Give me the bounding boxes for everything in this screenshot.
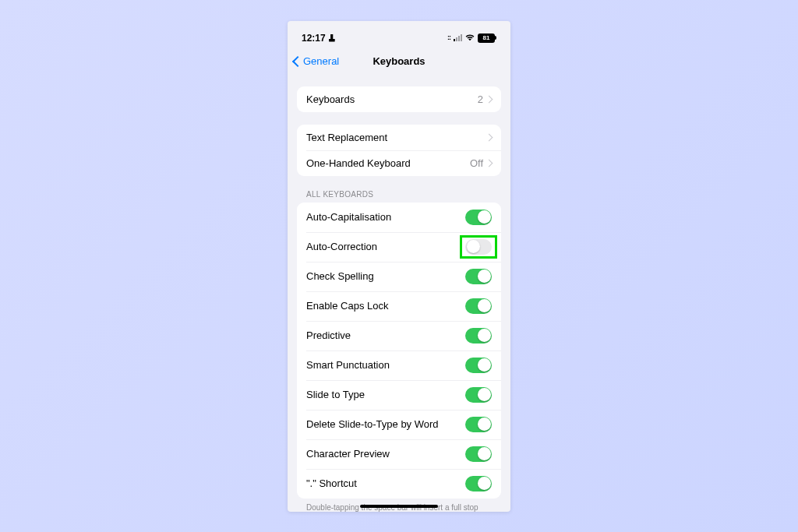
settings-content: Keyboards 2 Text Replacement One-Handed … [288,76,510,512]
toggle-label: Auto-Capitalisation [306,211,465,223]
status-time: 12:17 [302,33,326,44]
chevron-right-icon [486,133,493,141]
toggle-switch[interactable] [465,269,492,284]
switch-knob [478,358,491,372]
toggle-row: "." Shortcut [297,469,501,499]
toggle-row: Character Preview [297,439,501,469]
back-label: General [303,55,339,67]
toggle-label: Character Preview [306,448,465,460]
row-text-replacement[interactable]: Text Replacement [297,125,501,150]
toggle-switch[interactable] [465,417,492,432]
navigation-bar: General Keyboards [288,48,510,76]
focus-icon: :: [447,34,450,41]
toggle-row: Delete Slide-to-Type by Word [297,410,501,439]
toggle-switch[interactable] [465,387,492,403]
switch-knob [478,329,491,342]
toggle-row: Auto-Capitalisation [297,203,501,232]
chevron-left-icon [292,55,303,66]
section-header-all-keyboards: ALL KEYBOARDS [297,176,501,203]
switch-knob [478,447,491,460]
switch-knob [478,417,491,431]
wifi-icon [465,34,475,41]
chevron-right-icon [486,159,493,167]
row-keyboards[interactable]: Keyboards 2 [297,86,501,112]
toggle-row: Smart Punctuation [297,351,501,380]
toggle-row: Slide to Type [297,380,501,410]
switch-knob [478,210,491,224]
toggle-switch[interactable] [465,476,492,491]
toggle-label: Delete Slide-to-Type by Word [306,418,465,430]
toggle-switch[interactable] [465,298,492,314]
toggle-row: Check Spelling [297,262,501,291]
row-label: One-Handed Keyboard [306,157,470,169]
back-button[interactable]: General [294,55,339,67]
status-bar: 12:17 :: 81 [288,29,510,48]
row-label: Keyboards [306,93,478,105]
chevron-right-icon [486,95,493,103]
toggle-label: Predictive [306,329,465,341]
toggle-row: Predictive [297,321,501,351]
switch-knob [478,477,491,490]
toggle-label: Check Spelling [306,270,465,282]
phone-frame: 12:17 :: 81 General Keyboards [288,21,510,512]
toggle-row: Auto-Correction [297,232,501,262]
cellular-signal-icon [454,34,462,41]
switch-knob [478,299,491,312]
toggle-switch[interactable] [465,239,492,255]
group-keyboards-list: Keyboards 2 [297,86,501,112]
orientation-lock-icon [329,34,335,42]
row-value: 2 [478,93,483,105]
page-title: Keyboards [373,55,425,67]
toggle-switch[interactable] [465,358,492,373]
row-label: Text Replacement [306,132,486,143]
home-indicator[interactable] [360,505,438,508]
page-background: 12:17 :: 81 General Keyboards [0,0,798,532]
group-text-options: Text Replacement One-Handed Keyboard Off [297,125,501,176]
toggle-row: Enable Caps Lock [297,291,501,321]
toggle-label: "." Shortcut [306,477,465,489]
row-one-handed-keyboard[interactable]: One-Handed Keyboard Off [297,150,501,176]
battery-icon: 81 [478,33,496,43]
toggle-label: Enable Caps Lock [306,300,465,312]
toggle-switch[interactable] [465,446,492,462]
toggle-switch[interactable] [465,328,492,344]
group-all-keyboards: Auto-CapitalisationAuto-CorrectionCheck … [297,203,501,499]
switch-knob [478,388,491,401]
switch-knob [467,240,480,253]
toggle-label: Slide to Type [306,389,465,400]
toggle-label: Auto-Correction [306,241,465,252]
switch-knob [478,270,491,283]
toggle-label: Smart Punctuation [306,359,465,371]
toggle-switch[interactable] [465,210,492,225]
row-value: Off [470,157,483,169]
